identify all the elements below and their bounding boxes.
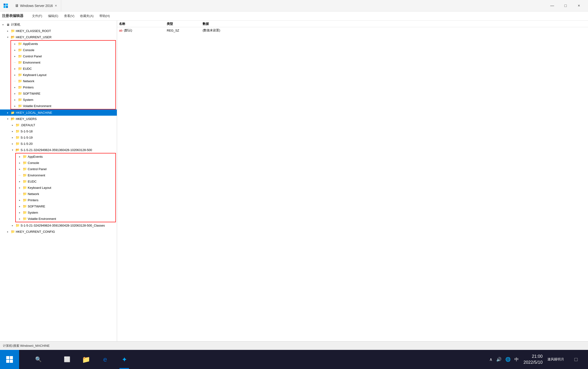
detail-name-default: ab (默认) — [119, 28, 167, 32]
detail-header: 名称 类型 数据 — [117, 20, 588, 27]
taskbar-ie[interactable]: e — [96, 350, 115, 369]
detail-data-default: (数值未设置) — [203, 28, 586, 32]
tree-item-keyboard-layout[interactable]: 📁 Keyboard Layout — [11, 72, 115, 78]
title-bar: 🖥 Windows Server 2016 ✕ — □ × — [0, 0, 588, 11]
tree-item-sid-software[interactable]: 📁 SOFTWARE — [16, 203, 115, 209]
search-button[interactable]: 🔍 — [19, 350, 57, 369]
s1520-label: S-1-5-20 — [20, 142, 33, 145]
tree-item-network[interactable]: 📁 Network — [11, 78, 115, 84]
s1518-label: S-1-5-18 — [20, 130, 33, 133]
tree-item-printers[interactable]: 📁 Printers — [11, 84, 115, 90]
tray-expand-icon[interactable]: ∧ — [489, 357, 492, 362]
tree-item-sid-system[interactable]: 📁 System — [16, 209, 115, 215]
clock-time: 21:00 — [524, 353, 543, 359]
task-view-icon: ⬜ — [64, 356, 70, 363]
taskbar-apps: 📁 e ✦ — [76, 350, 134, 369]
hklm-label: HKEY_LOCAL_MACHINE — [16, 111, 52, 114]
tree-item-software[interactable]: 📁 SOFTWARE — [11, 90, 115, 97]
tree-item-hkcc[interactable]: 📁 HKEY_CURRENT_CONFIG — [0, 228, 117, 235]
tree-item-sid-controlpanel[interactable]: 📁 Control Panel — [16, 166, 115, 172]
tree-item-hklm[interactable]: 📁 HKEY_LOCAL_MACHINE — [0, 110, 117, 116]
maximize-button[interactable]: □ — [559, 0, 572, 11]
long-sid-label: S-1-5-21-3242949824-3591360428-102063128… — [20, 148, 92, 152]
notification-icon: □ — [574, 356, 578, 363]
taskbar: 🔍 ⬜ 📁 e ✦ ∧ 🔊 🌐 中 21:00 2022/5/10 遨风睡明月 … — [0, 350, 588, 369]
expand-hkcr[interactable] — [6, 29, 10, 33]
taskbar-app-active[interactable]: ✦ — [115, 350, 134, 369]
tree-item-system[interactable]: 📁 System — [11, 97, 115, 103]
tree-item-hkcu[interactable]: 📂 HKEY_CURRENT_USER — [0, 34, 117, 40]
taskbar-clock[interactable]: 21:00 2022/5/10 — [524, 353, 543, 365]
tree-item-sid-console[interactable]: 📁 Console — [16, 160, 115, 166]
s1519-label: S-1-5-19 — [20, 136, 33, 139]
tree-item-sid-volatile-env[interactable]: 📁 Volatile Environment — [16, 215, 115, 222]
folder-hkcr: 📁 — [10, 29, 15, 33]
taskbar-right: ∧ 🔊 🌐 中 21:00 2022/5/10 遨风睡明月 □ — [489, 350, 588, 369]
active-app-icon: ✦ — [122, 356, 127, 363]
hkcu-label: HKEY_CURRENT_USER — [16, 35, 52, 39]
svg-rect-6 — [6, 360, 9, 363]
sid-children-group: 📁 AppEvents 📁 Console 📁 Control Panel 📁 — [15, 153, 116, 222]
menu-file[interactable]: 文件(F) — [29, 13, 45, 19]
tree-item-appevents[interactable]: 📁 AppEvents — [11, 41, 115, 47]
col-type-header: 类型 — [167, 22, 203, 26]
start-button[interactable] — [0, 350, 19, 369]
hku-label: HKEY_USERS — [16, 117, 37, 121]
app-icon — [2, 2, 9, 9]
detail-row-default[interactable]: ab (默认) REG_SZ (数值未设置) — [117, 27, 588, 33]
tree-item-hku[interactable]: 📂 HKEY_USERS — [0, 116, 117, 122]
ie-icon: e — [103, 356, 107, 363]
tree-item-eudc[interactable]: 📁 EUDC — [11, 65, 115, 72]
tree-item-sid-printers[interactable]: 📁 Printers — [16, 197, 115, 203]
taskbar-user: 遨风睡明月 — [547, 357, 564, 362]
expand-computer[interactable] — [1, 23, 5, 27]
tree-item-s1518[interactable]: 📁 S-1-5-18 — [0, 128, 117, 134]
svg-rect-7 — [10, 360, 13, 363]
notification-button[interactable]: □ — [569, 350, 583, 369]
tree-item-sid-keyboard-layout[interactable]: 📁 Keyboard Layout — [16, 184, 115, 191]
tray-speaker-icon[interactable]: 🔊 — [496, 357, 502, 362]
menu-view[interactable]: 查看(V) — [61, 13, 77, 19]
taskbar-explorer[interactable]: 📁 — [76, 350, 96, 369]
tree-item-hkcr[interactable]: 📁 HKEY_CLASSES_ROOT — [0, 28, 117, 34]
tree-item-console[interactable]: 📁 Console — [11, 47, 115, 53]
svg-rect-5 — [10, 356, 13, 359]
tree-item-s1520[interactable]: 📁 S-1-5-20 — [0, 141, 117, 147]
task-view-button[interactable]: ⬜ — [57, 350, 76, 369]
tree-item-long-sid-classes[interactable]: 📁 S-1-5-21-3242949824-3591360428-1020631… — [0, 222, 117, 228]
tree-item-controlpanel[interactable]: 📁 Control Panel — [11, 53, 115, 59]
tree-item-sid-eudc[interactable]: 📁 EUDC — [16, 178, 115, 184]
svg-rect-3 — [6, 6, 8, 8]
menu-edit[interactable]: 编辑(E) — [45, 13, 61, 19]
tree-item-computer[interactable]: 🖥 计算机 — [0, 21, 117, 28]
tree-item-default[interactable]: 📁 .DEFAULT — [0, 122, 117, 128]
tray-lang-icon[interactable]: 中 — [514, 357, 519, 362]
network-label: Network — [23, 79, 34, 83]
computer-label: 计算机 — [11, 22, 20, 27]
col-name-header: 名称 — [119, 22, 167, 26]
search-icon: 🔍 — [35, 356, 41, 363]
minimize-button[interactable]: — — [546, 0, 559, 11]
expand-hkcu[interactable] — [6, 35, 10, 39]
menu-favorites[interactable]: 收藏夹(A) — [77, 13, 96, 19]
detail-panel: 名称 类型 数据 ab (默认) REG_SZ (数值未设置) — [117, 20, 588, 341]
registry-editor-window: 🖥 Windows Server 2016 ✕ — □ × 注册表编辑器 文件(… — [0, 0, 588, 350]
menu-help[interactable]: 帮助(H) — [97, 13, 113, 19]
status-text: 计算机\搜索 Windows\_MACHINE — [3, 344, 50, 348]
default-label: .DEFAULT — [20, 123, 35, 127]
tab-close-btn[interactable]: ✕ — [55, 4, 57, 7]
status-bar: 计算机\搜索 Windows\_MACHINE — [0, 341, 588, 350]
tray-network-icon[interactable]: 🌐 — [505, 357, 511, 362]
title-tab-main[interactable]: 🖥 Windows Server 2016 ✕ — [11, 0, 61, 11]
close-button[interactable]: × — [572, 0, 586, 11]
tree-item-s1519[interactable]: 📁 S-1-5-19 — [0, 134, 117, 141]
tree-item-environment[interactable]: 📁 Environment — [11, 59, 115, 65]
hkcc-label: HKEY_CURRENT_CONFIG — [16, 230, 55, 234]
tree-item-sid-environment[interactable]: 📁 Environment — [16, 172, 115, 178]
tree-item-sid-network[interactable]: 📁 Network — [16, 191, 115, 197]
tree-item-long-sid[interactable]: 📂 S-1-5-21-3242949824-3591360428-1020631… — [0, 147, 117, 153]
registry-tree[interactable]: 🖥 计算机 📁 HKEY_CLASSES_ROOT 📂 HKEY_CURRENT… — [0, 20, 117, 341]
title-tabs: 🖥 Windows Server 2016 ✕ — [11, 0, 546, 11]
tree-item-sid-appevents[interactable]: 📁 AppEvents — [16, 154, 115, 160]
tree-item-volatile-env[interactable]: 📁 Volatile Environment — [11, 103, 115, 109]
